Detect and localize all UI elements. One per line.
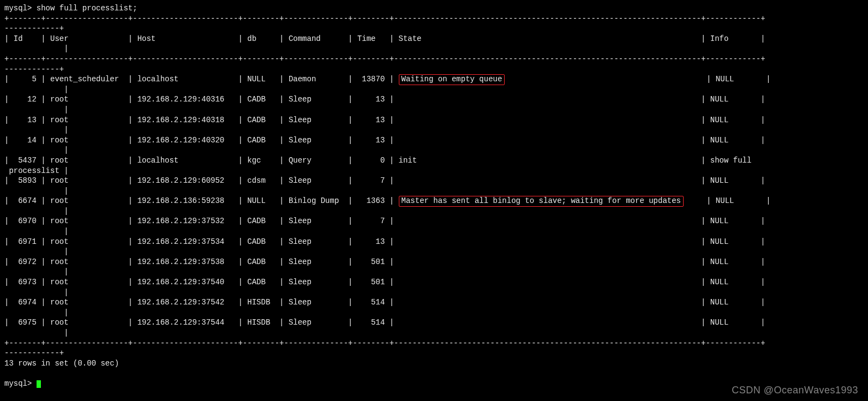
cursor (37, 380, 41, 388)
watermark: CSDN @OceanWaves1993 (732, 385, 858, 396)
highlighted-state: Waiting on empty queue (399, 74, 505, 85)
highlighted-state: Master has sent all binlog to slave; wai… (399, 196, 684, 207)
mysql-terminal-output: mysql> show full processlist; +-------+-… (0, 0, 868, 389)
